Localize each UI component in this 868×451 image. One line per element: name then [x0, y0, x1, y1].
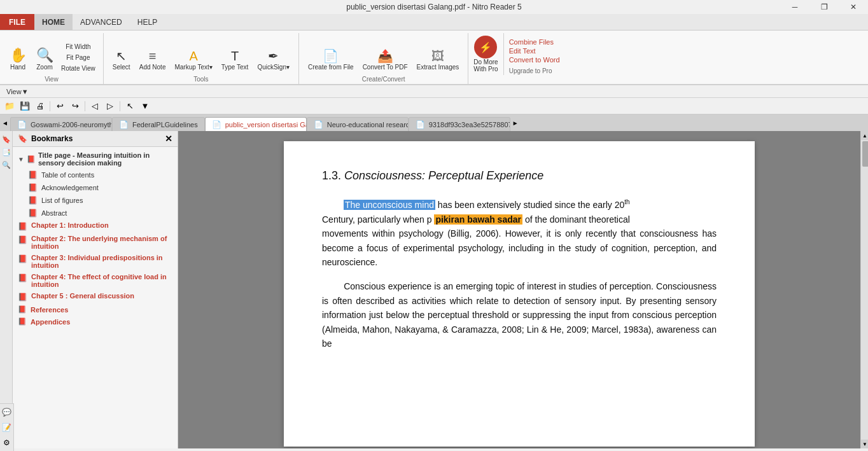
combine-files-link[interactable]: Combine Files: [509, 38, 560, 46]
hand-tool-button[interactable]: ✋ Hand: [5, 46, 31, 73]
properties-button[interactable]: ⚙: [1, 437, 13, 448]
view-dropdown[interactable]: View▼: [3, 85, 32, 97]
tooltip-container: pikiran bawah sadar: [434, 212, 522, 226]
convert-to-word-link[interactable]: Convert to Word: [509, 56, 560, 64]
sidebar-item-abstract[interactable]: 📕 Abstract: [13, 207, 178, 219]
home-menu[interactable]: HOME: [34, 14, 73, 30]
sidebar-header-label: Bookmarks: [31, 134, 73, 143]
nav-prev-button[interactable]: ◁: [88, 100, 102, 113]
type-text-button[interactable]: T Type Text: [218, 47, 253, 73]
open-file-button[interactable]: 📁: [3, 100, 17, 113]
quicksign-icon: ✒: [268, 50, 279, 62]
quicksign-button[interactable]: ✒ QuickSign▾: [253, 47, 293, 73]
search-panel-button[interactable]: 🔍: [1, 159, 12, 170]
bookmark-panel-button[interactable]: 🔖: [1, 134, 12, 145]
nav-next-button[interactable]: ▷: [103, 100, 117, 113]
undo-button[interactable]: ↩: [53, 100, 67, 113]
app-label: Appendices: [31, 318, 70, 326]
scroll-down-button[interactable]: ▼: [861, 440, 868, 448]
rotate-view-button[interactable]: Rotate View: [59, 64, 98, 73]
type-text-label: Type Text: [221, 64, 249, 71]
fit-page-button[interactable]: Fit Page: [59, 53, 98, 62]
zoom-icon: 🔍: [36, 48, 53, 62]
create-from-file-icon: 📄: [323, 50, 339, 62]
view-group-label: View: [3, 74, 101, 84]
abstract-icon: 📕: [28, 209, 38, 218]
toolbar-row: 📁 💾 🖨 ↩ ↪ ◁ ▷ ↖ ▼: [0, 98, 868, 114]
extract-images-label: Extract Images: [417, 64, 459, 71]
main-area: 🔖 📑 🔍 🔖 Bookmarks ✕ ▼ 📕 Title page - Mea…: [0, 131, 868, 448]
add-note-button[interactable]: ≡ Add Note: [136, 47, 170, 73]
sidebar-item-titlepage[interactable]: ▼ 📕 Title page - Measuring intuition in …: [13, 149, 178, 169]
ch5-label: Chapter 5 : General discussion: [31, 292, 134, 300]
sidebar-item-ch2[interactable]: 📕 Chapter 2: The underlying mechanism of…: [13, 233, 178, 252]
sidebar-close-button[interactable]: ✕: [165, 134, 172, 144]
minimize-button[interactable]: ─: [780, 0, 809, 14]
ch3-icon: 📕: [18, 254, 27, 263]
extract-images-button[interactable]: 🖼 Extract Images: [413, 47, 463, 73]
title-bar: public_version disertasi Galang.pdf - Ni…: [0, 0, 868, 14]
para2-text: Conscious experience is an emerging topi…: [322, 281, 717, 349]
pro-links-group: Combine Files Edit Text Convert to Word …: [504, 33, 565, 84]
fit-width-button[interactable]: Fit Width: [59, 42, 98, 52]
rotate-view-label: Rotate View: [61, 65, 95, 72]
redo-button[interactable]: ↪: [68, 100, 82, 113]
pdf-area[interactable]: 1.3. Consciousness: Perceptual Experienc…: [178, 131, 860, 448]
file-menu[interactable]: FILE: [0, 14, 34, 30]
scroll-thumb[interactable]: [862, 141, 868, 167]
tab-federal[interactable]: 📄 FederalPLGuidelines: [112, 117, 205, 131]
toolbar-separator-2: [85, 101, 85, 111]
markup-text-label: Markup Text▾: [174, 64, 212, 71]
createconvert-group-label: Create/Convert: [302, 74, 465, 84]
do-more-button[interactable]: ⚡: [474, 36, 497, 59]
highlight-pikiran: pikiran bawah sadar: [434, 214, 522, 225]
tab-scroll-left[interactable]: ◄: [0, 114, 10, 131]
advanced-menu[interactable]: ADVANCED: [73, 14, 130, 30]
zoom-button[interactable]: 🔍 Zoom: [32, 46, 57, 73]
markup-text-button[interactable]: A Markup Text▾: [171, 47, 216, 73]
tab-goswami[interactable]: 📄 Goswami-2006-neuromyths: [10, 117, 112, 131]
page-panel-button[interactable]: 📑: [1, 146, 12, 158]
sidebar-item-ch4[interactable]: 📕 Chapter 4: The effect of cognitive loa…: [13, 271, 178, 290]
select-button[interactable]: ↖ Select: [109, 47, 134, 73]
comment-panel-button[interactable]: 💬: [1, 406, 13, 418]
toc-icon: 📕: [28, 170, 38, 179]
tab-neuro[interactable]: 📄 Neuro-educational research in the...: [307, 117, 409, 131]
create-from-file-button[interactable]: 📄 Create from File: [304, 47, 358, 73]
sidebar-panel: 🔖 Bookmarks ✕ ▼ 📕 Title page - Measuring…: [13, 131, 178, 448]
print-button[interactable]: 🖨: [33, 100, 47, 113]
sidebar-item-listfigures[interactable]: 📕 List of figures: [13, 194, 178, 207]
sidebar-item-ch1[interactable]: 📕 Chapter 1: Introduction: [13, 219, 178, 233]
upgrade-to-pro-button[interactable]: Upgrade to Pro: [509, 67, 552, 74]
help-menu[interactable]: HELP: [130, 14, 165, 30]
tab-scroll-right[interactable]: ►: [510, 114, 521, 131]
scroll-up-button[interactable]: ▲: [861, 131, 868, 140]
ref-label: References: [31, 306, 68, 314]
sidebar-item-appendices[interactable]: 📕 Appendices: [13, 316, 178, 328]
sidebar-item-references[interactable]: 📕 References: [13, 303, 178, 316]
restore-button[interactable]: ❐: [809, 0, 839, 14]
bottom-icon-strip: 💬 📝 ⚙: [0, 403, 14, 451]
edit-text-link[interactable]: Edit Text: [509, 47, 560, 55]
convert-to-pdf-button[interactable]: 📤 Convert To PDF: [359, 47, 412, 73]
tab-icon-5: 📄: [416, 120, 425, 129]
section-number: 1.3.: [322, 169, 344, 182]
save-button[interactable]: 💾: [18, 100, 32, 113]
tab-icon-3: 📄: [212, 120, 221, 129]
menu-bar: FILE HOME ADVANCED HELP: [0, 14, 868, 31]
close-button[interactable]: ✕: [839, 0, 868, 14]
sidebar-item-ch3[interactable]: 📕 Chapter 3: Individual predispositions …: [13, 252, 178, 271]
tab-hash[interactable]: 📄 9318df93c3ea3e5257880740bd3622d8c...: [409, 117, 510, 131]
tab-disertasi[interactable]: 📄 public_version disertasi Galang ✕: [205, 117, 307, 131]
sidebar-item-toc[interactable]: 📕 Table of contents: [13, 169, 178, 181]
para1-text1: has been extensively studied since the e…: [438, 200, 630, 210]
ch2-icon: 📕: [18, 235, 27, 244]
bookmarks-icon: 🔖: [18, 134, 27, 143]
annotation-button[interactable]: 📝: [1, 422, 13, 433]
extra-button[interactable]: ▼: [138, 100, 152, 113]
select-tool-small[interactable]: ↖: [123, 100, 137, 113]
window-controls: ─ ❐ ✕: [780, 0, 868, 14]
sidebar-item-ch5[interactable]: 📕 Chapter 5 : General discussion: [13, 290, 178, 303]
sidebar-item-acknowledgement[interactable]: 📕 Acknowledgement: [13, 181, 178, 194]
right-scrollbar[interactable]: ▲ ▼: [860, 131, 868, 448]
